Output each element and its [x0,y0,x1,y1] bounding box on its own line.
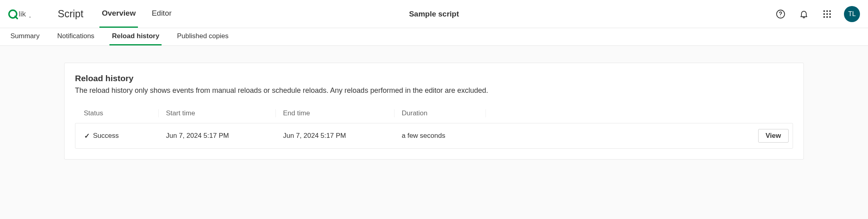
check-icon: ✓ [84,132,90,140]
table-header-row: Status Start time End time Duration [75,105,793,123]
svg-rect-6 [823,10,825,12]
subnav-tab-notifications[interactable]: Notifications [55,28,97,45]
main-tab-bar: Overview Editor [99,0,174,28]
start-time-cell: Jun 7, 2024 5:17 PM [159,132,276,140]
svg-line-1 [15,16,18,18]
column-header-start: Start time [158,109,275,117]
column-header-status: Status [84,109,158,117]
bell-icon[interactable] [797,8,810,20]
svg-point-3 [30,16,30,17]
user-avatar[interactable]: TL [844,6,860,22]
svg-rect-13 [826,16,828,18]
reload-history-card: Reload history The reload history only s… [64,63,804,160]
apps-grid-icon[interactable] [821,8,834,20]
svg-rect-8 [830,10,831,12]
svg-rect-10 [826,13,828,15]
table-row: ✓ Success Jun 7, 2024 5:17 PM Jun 7, 202… [75,123,793,149]
svg-point-5 [780,16,781,16]
status-text: Success [93,132,119,140]
svg-rect-7 [826,10,828,12]
duration-cell: a few seconds [395,132,486,140]
svg-rect-12 [823,16,825,18]
sub-nav: Summary Notifications Reload history Pub… [0,28,868,46]
main-tab-editor[interactable]: Editor [149,0,174,28]
card-description: The reload history only shows events fro… [75,86,793,95]
subnav-tab-published-copies[interactable]: Published copies [174,28,231,45]
end-time-cell: Jun 7, 2024 5:17 PM [276,132,395,140]
svg-rect-9 [823,13,825,15]
svg-text:lik: lik [18,10,26,18]
svg-rect-11 [830,13,831,15]
svg-rect-14 [830,16,831,18]
subnav-tab-summary[interactable]: Summary [8,28,42,45]
app-name: Script [58,8,83,20]
main-tab-overview[interactable]: Overview [99,0,138,28]
card-title: Reload history [75,74,793,83]
help-icon[interactable] [774,8,787,20]
column-header-end: End time [275,109,394,117]
column-header-duration: Duration [394,109,486,117]
brand-logo[interactable]: lik [8,7,43,21]
view-button[interactable]: View [758,129,789,143]
reload-history-table: Status Start time End time Duration ✓ Su… [75,105,793,149]
subnav-tab-reload-history[interactable]: Reload history [109,28,162,45]
